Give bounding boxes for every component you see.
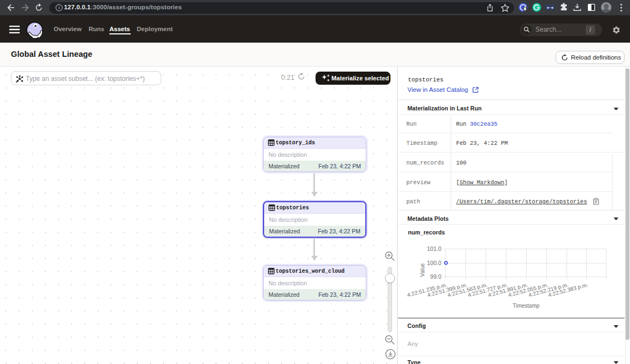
svg-text:Timestamp: Timestamp	[512, 303, 540, 309]
svg-text:101.0: 101.0	[427, 245, 441, 252]
svg-text:99.0: 99.0	[430, 273, 442, 280]
svg-text:100.0: 100.0	[427, 260, 441, 266]
svg-text:Value: Value	[419, 263, 425, 277]
